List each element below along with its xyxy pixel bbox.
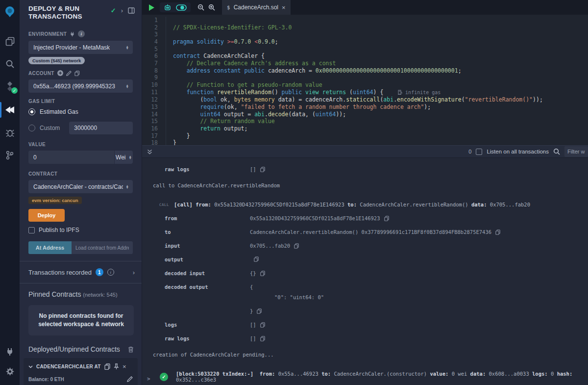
plugin-manager-icon[interactable] — [0, 342, 20, 361]
success-check-icon: ✓ — [160, 373, 168, 381]
code-line[interactable]: 7 // Declare Cadence Arch's address as a… — [142, 60, 588, 67]
terminal-kv-row[interactable]: input0x705...fab20 — [142, 243, 588, 249]
copy-icon[interactable] — [495, 230, 500, 235]
code-line[interactable]: 3 — [142, 31, 588, 38]
code-line[interactable]: 6contract CadenceArchCaler { — [142, 52, 588, 60]
code-line[interactable]: 11 function revertibleRandom() public vi… — [142, 89, 588, 97]
copy-icon[interactable] — [260, 271, 265, 276]
terminal-search-icon[interactable] — [553, 148, 560, 155]
pin-contract-icon[interactable] — [114, 363, 119, 370]
code-line[interactable]: 14 uint64 output = abi.decode(data, (uin… — [142, 111, 588, 118]
estimated-gas-label: Estimated Gas — [40, 108, 78, 115]
close-tab-icon[interactable]: × — [282, 4, 286, 11]
checkbox-unchecked-icon[interactable] — [28, 227, 35, 233]
code-line[interactable]: 4pragma solidity >=0.7.0 <0.9.0; — [142, 38, 588, 46]
at-address-button[interactable]: At Address — [28, 241, 72, 254]
terminal-kv-row[interactable]: } — [142, 308, 588, 314]
terminal-prompt[interactable]: > — [147, 376, 150, 382]
run-script-icon[interactable] — [148, 4, 155, 11]
git-icon[interactable] — [0, 145, 20, 165]
account-select[interactable]: 0x55a...46923 (999.999945323 ▲▼ — [28, 79, 133, 93]
terminal-kv-row[interactable]: raw logs[] — [142, 166, 588, 172]
code-line[interactable]: 17 } — [142, 132, 588, 140]
environment-info-icon[interactable]: i — [78, 30, 85, 37]
code-line[interactable]: 2// SPDX-License-Identifier: GPL-3.0 — [142, 24, 588, 31]
code-line[interactable]: 18} — [142, 139, 588, 145]
pinned-contracts-title: Pinned Contracts (network: 545) — [20, 283, 142, 298]
collapse-terminal-icon[interactable] — [147, 149, 152, 154]
value-unit-select[interactable]: Wei ▲▼ — [114, 151, 133, 164]
copy-icon[interactable] — [260, 322, 265, 328]
terminal-kv-row[interactable]: decoded input{} — [142, 270, 588, 276]
deploy-button[interactable]: Deploy — [28, 209, 65, 222]
transactions-recorded-row[interactable]: Transactions recorded 1 i › — [20, 261, 142, 283]
environment-select[interactable]: Injected Provider - MetaMask ▲▼ — [28, 41, 133, 54]
contract-select[interactable]: CadenceArchCaler - contracts/Cac ▲▼ — [28, 180, 133, 193]
panel-forward-icon[interactable]: › — [121, 7, 123, 14]
terminal-kv-row[interactable]: raw logs[] — [142, 335, 588, 341]
copy-account-icon[interactable] — [74, 71, 80, 76]
add-account-icon[interactable] — [57, 70, 63, 76]
search-icon[interactable] — [0, 54, 20, 74]
transactions-info-icon[interactable]: i — [107, 269, 114, 276]
plug-icon[interactable] — [70, 31, 75, 37]
transactions-expand-icon[interactable]: › — [133, 269, 135, 276]
editor-region: $ CadenceArch.sol × 1 2// SPDX-License-I… — [142, 0, 588, 385]
copy-icon[interactable] — [294, 243, 299, 249]
zoom-out-icon[interactable] — [197, 4, 204, 11]
close-contract-icon[interactable]: × — [122, 363, 126, 370]
copy-icon[interactable] — [260, 336, 265, 341]
remix-ai-icon[interactable] — [164, 4, 172, 11]
code-line[interactable]: 16 return output; — [142, 125, 588, 132]
copilot-toggle-icon[interactable] — [176, 4, 187, 11]
custom-gas-radio[interactable]: Custom — [28, 122, 133, 134]
file-explorer-icon[interactable] — [0, 31, 20, 51]
chevron-updown-icon: ▲▼ — [126, 46, 129, 50]
edit-balance-icon[interactable] — [127, 376, 133, 382]
terminal-kv-row[interactable]: toCadenceArchCaler.revertibleRandom() 0x… — [142, 229, 588, 235]
trash-icon[interactable] — [128, 346, 134, 353]
terminal-kv-row[interactable]: logs[] — [142, 322, 588, 328]
terminal-kv-row[interactable]: decoded output{ — [142, 284, 588, 290]
tab-cadencearch-sol[interactable]: $ CadenceArch.sol × — [222, 0, 291, 15]
value-input[interactable] — [28, 151, 114, 164]
terminal-call-row[interactable]: CALL[call] from: 0x55a1320D432759960C5Df… — [142, 202, 588, 207]
edit-account-icon[interactable] — [66, 71, 72, 76]
settings-icon[interactable] — [0, 361, 20, 381]
code-line[interactable]: 1 — [142, 17, 588, 24]
custom-gas-input[interactable] — [69, 122, 133, 134]
terminal-text-row[interactable]: creation of CadenceArchCaler pending... — [142, 352, 588, 358]
listen-checkbox[interactable] — [476, 149, 482, 155]
code-line[interactable]: 9 — [142, 74, 588, 81]
copy-icon[interactable] — [257, 308, 262, 314]
terminal-kv-row[interactable]: from0x55a1320D432759960C5Df0215a8dF78e1E… — [142, 215, 588, 221]
code-line[interactable]: 10 // Function to get a pseudo-random va… — [142, 81, 588, 89]
at-address-input[interactable] — [72, 241, 133, 254]
editor-tabbar: $ CadenceArch.sol × — [142, 0, 588, 15]
solidity-compiler-icon[interactable]: ✓ — [0, 77, 20, 96]
copy-address-icon[interactable] — [104, 363, 110, 370]
copy-icon[interactable] — [260, 167, 265, 172]
terminal-kv-row[interactable]: output — [142, 257, 588, 262]
code-line[interactable]: 15 // Return random value — [142, 118, 588, 125]
zoom-in-icon[interactable] — [208, 4, 215, 11]
collapse-icon[interactable] — [28, 365, 33, 368]
copy-icon[interactable] — [384, 216, 389, 221]
estimated-gas-radio[interactable]: Estimated Gas — [28, 108, 133, 115]
remix-logo[interactable] — [0, 0, 20, 24]
terminal-block-row[interactable]: ✓[block:5033220 txIndex:-] from: 0x55a..… — [142, 371, 588, 383]
terminal-indent-row[interactable]: "0": "uint64: 0" — [142, 294, 588, 300]
publish-ipfs-row[interactable]: Publish to IPFS — [28, 227, 133, 233]
code-editor[interactable]: 1 2// SPDX-License-Identifier: GPL-3.03 … — [142, 15, 588, 145]
terminal-text-row[interactable]: call to CadenceArchCaler.revertibleRando… — [142, 182, 588, 188]
deploy-run-icon[interactable] — [0, 100, 20, 120]
code-line[interactable]: 13 require(ok, "failed to fetch a random… — [142, 103, 588, 111]
pin-panel-icon[interactable] — [128, 7, 135, 14]
code-line[interactable]: 5 — [142, 46, 588, 53]
code-line[interactable]: 12 (bool ok, bytes memory data) = cadenc… — [142, 96, 588, 103]
terminal-filter-input[interactable] — [564, 146, 588, 157]
code-line[interactable]: 8 address constant public cadenceArch = … — [142, 67, 588, 75]
copy-icon[interactable] — [254, 257, 259, 262]
debugger-icon[interactable] — [0, 123, 20, 142]
terminal-output[interactable]: raw logs[]call to CadenceArchCaler.rever… — [142, 158, 588, 385]
